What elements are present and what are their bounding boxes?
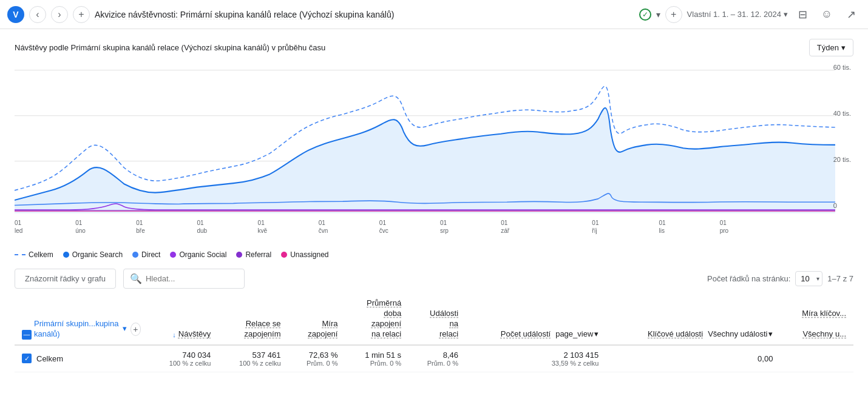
time-period-label: Týden (817, 43, 839, 52)
svg-text:01: 01 (440, 219, 447, 226)
th-udalosti-inner: Událostinarelaci (416, 309, 458, 340)
th-mira-klic-label: Míra klíčov...Všechny u... (802, 309, 846, 340)
svg-text:01: 01 (592, 219, 598, 226)
y-label-40: 40 tis. (833, 110, 851, 117)
td-total-klicove: 0,00 (606, 345, 780, 372)
total-label: Celkem (36, 354, 63, 363)
th-mira-klic-inner: Míra klíčov...Všechny u... (787, 309, 846, 340)
per-page-label: Počet řádků na stránku: (707, 274, 790, 283)
svg-text:zář: zář (501, 227, 509, 233)
title-expand-icon[interactable]: ▾ (656, 10, 660, 19)
chart-legend: Celkem Organic Search Direct Organic Soc… (15, 250, 853, 259)
td-total-prumerna: 1 min 51 s Prům. 0 % (345, 345, 409, 372)
dimension-dropdown[interactable]: Primární skupin...kupina kanálů) ▾ (34, 319, 127, 340)
td-total-udalosti-sub: Prům. 0 % (416, 360, 458, 367)
back-button[interactable]: ‹ (29, 6, 46, 23)
legend-referral[interactable]: Referral (236, 250, 271, 259)
svg-text:srp: srp (440, 227, 449, 233)
td-total-mira-sub: Prům. 0 % (296, 360, 338, 367)
td-total-relace-value: 537 461 (225, 351, 280, 360)
y-label-60: 60 tis. (833, 64, 851, 71)
topbar: V ‹ › + Akvizice návštěvnosti: Primární … (0, 0, 868, 29)
th-mira[interactable]: Mírazapojení (288, 294, 345, 345)
svg-text:pro: pro (720, 227, 729, 233)
th-pocet-label: Počet událostí (501, 329, 551, 340)
th-dimension-inner: — Primární skupin...kupina kanálů) ▾ + (22, 319, 141, 340)
th-prumerna[interactable]: Průměrnádobazapojenína relaci (345, 294, 409, 345)
svg-text:01: 01 (379, 219, 386, 226)
svg-text:01: 01 (75, 219, 82, 226)
td-total-udalosti: 8,46 Prům. 0 % (409, 345, 466, 372)
legend-unassigned-label: Unassigned (290, 250, 328, 259)
date-range-selector[interactable]: Vlastní 1. 1. – 31. 12. 2024 ▾ (687, 10, 788, 19)
legend-direct[interactable]: Direct (132, 250, 160, 259)
svg-text:úno: úno (75, 227, 86, 233)
td-total-mira-value: 72,63 % (296, 351, 338, 360)
th-klicove-inner: Klíčové události Všechny události ▾ (613, 329, 773, 340)
th-udalosti-label: Událostinarelaci (430, 309, 458, 340)
th-relace[interactable]: Relace sezapojením (218, 294, 288, 345)
svg-text:01: 01 (659, 219, 666, 226)
share-icon[interactable]: ↗ (841, 5, 861, 24)
td-total-inner: ✓ Celkem (22, 354, 141, 363)
th-pocet-expand-icon: ▾ (594, 329, 598, 340)
svg-text:čvn: čvn (319, 227, 328, 233)
td-total-navstevy-value: 740 034 (155, 351, 211, 360)
svg-text:čvc: čvc (379, 227, 388, 233)
td-total-relace-sub: 100 % z celku (225, 360, 280, 367)
add-tab-left-button[interactable]: + (73, 6, 90, 23)
legend-social-dot (170, 252, 176, 258)
svg-text:01: 01 (197, 219, 203, 226)
th-pocet-dropdown[interactable]: page_view ▾ (555, 329, 598, 340)
th-relace-inner: Relace sezapojením (225, 319, 280, 340)
svg-text:led: led (15, 227, 23, 233)
per-page-select[interactable]: 10 25 50 (795, 271, 822, 286)
svg-text:01: 01 (720, 219, 727, 226)
pagination-label: 1–7 z 7 (827, 274, 853, 283)
td-total-pocet-sub: 33,59 % z celku (473, 360, 598, 367)
dimension-label: Primární skupin...kupina kanálů) (34, 319, 120, 340)
legend-celkem[interactable]: Celkem (15, 250, 53, 259)
legend-organic-social[interactable]: Organic Social (170, 250, 226, 259)
th-klicove-dropdown[interactable]: Všechny události ▾ (708, 329, 773, 340)
td-total-relace: 537 461 100 % z celku (218, 345, 288, 372)
show-rows-graph-button[interactable]: Znázornit řádky v grafu (15, 269, 116, 289)
add-dimension-button[interactable]: + (131, 323, 141, 336)
total-checkbox[interactable]: ✓ (22, 354, 32, 363)
y-axis: 60 tis. 40 tis. 20 tis. 0 (833, 64, 853, 209)
legend-organic-search[interactable]: Organic Search (63, 250, 123, 259)
td-total-mira: 72,63 % Prům. 0 % (288, 345, 345, 372)
compare-icon[interactable]: ⊟ (793, 5, 812, 24)
app-logo: V (7, 6, 24, 23)
date-expand-icon: ▾ (784, 10, 788, 19)
pagination-info: Počet řádků na stránku: 10 25 50 1–7 z 7 (707, 271, 853, 286)
th-klicove[interactable]: Klíčové události Všechny události ▾ (606, 294, 780, 345)
th-klicove-expand-icon: ▾ (768, 329, 773, 340)
td-total-pocet-value: 2 103 415 (473, 351, 598, 360)
th-pocet[interactable]: Počet událostí page_view ▾ (466, 294, 606, 345)
th-navstevy[interactable]: ↓ Návštěvy (148, 294, 218, 345)
page-title: Akvizice návštěvnosti: Primární skupina … (95, 10, 634, 19)
td-total-navstevy: 740 034 100 % z celku (148, 345, 218, 372)
svg-text:01: 01 (136, 219, 143, 226)
svg-text:01: 01 (319, 219, 325, 226)
th-navstevy-inner: ↓ Návštěvy (155, 329, 211, 340)
forward-button[interactable]: › (51, 6, 68, 23)
svg-text:01: 01 (501, 219, 507, 226)
th-navstevy-label: Návštěvy (178, 329, 211, 340)
td-total-klicove-value: 0,00 (613, 354, 773, 363)
th-mira-klic[interactable]: Míra klíčov...Všechny u... (780, 294, 853, 345)
th-mira-inner: Mírazapojení (296, 319, 338, 340)
select-all-checkbox[interactable]: — (22, 330, 32, 340)
user-avatar-icon[interactable]: ☺ (817, 5, 836, 24)
add-view-button[interactable]: + (665, 6, 682, 23)
th-prumerna-inner: Průměrnádobazapojenína relaci (352, 298, 401, 340)
search-input[interactable] (146, 274, 238, 283)
dimension-selector: Primární skupin...kupina kanálů) ▾ + (34, 319, 141, 340)
time-period-dropdown[interactable]: Týden ▾ (809, 39, 853, 56)
svg-text:01: 01 (15, 219, 21, 226)
svg-text:01: 01 (258, 219, 265, 226)
table-header-row: — Primární skupin...kupina kanálů) ▾ + ↓ (15, 294, 853, 345)
legend-unassigned[interactable]: Unassigned (281, 250, 328, 259)
th-udalosti[interactable]: Událostinarelaci (409, 294, 466, 345)
